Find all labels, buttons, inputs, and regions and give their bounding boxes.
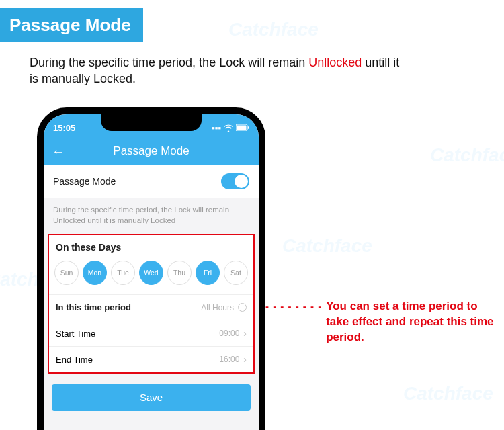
app-title: Passage Mode (113, 144, 189, 158)
start-time-row[interactable]: Start Time 09:00 › (49, 320, 253, 347)
status-icons: ▪▪▪ (212, 123, 249, 133)
back-icon[interactable]: ← (52, 144, 65, 159)
day-tue[interactable]: Tue (111, 261, 135, 285)
wifi-icon (224, 124, 233, 132)
day-thu[interactable]: Thu (167, 261, 192, 285)
day-sat[interactable]: Sat (224, 261, 248, 285)
end-time-label: End Time (56, 355, 93, 365)
chevron-right-icon: › (243, 354, 247, 365)
save-button[interactable]: Save (52, 384, 251, 411)
start-time-label: Start Time (56, 329, 95, 339)
desc-pre: During the specific time period, the Loc… (30, 56, 308, 69)
phone-mockup: 15:05 ▪▪▪ ← Passage Mode Passage Mode Du… (37, 108, 265, 430)
toggle-label: Passage Mode (53, 176, 116, 187)
period-mode-label: All Hours (201, 303, 234, 312)
start-time-value: 09:00 (219, 329, 239, 338)
day-sun[interactable]: Sun (54, 261, 79, 285)
status-time: 15:05 (53, 123, 75, 133)
section-heading: Passage Mode (0, 8, 143, 42)
days-selector: SunMonTueWedThuFriSat (49, 258, 253, 295)
callout-text: You can set a time period to take effect… (326, 299, 494, 345)
watermark: Catchface (430, 144, 504, 166)
day-fri[interactable]: Fri (196, 261, 220, 285)
watermark: Catchface (282, 235, 372, 257)
phone-notch (101, 114, 202, 131)
passage-mode-toggle[interactable] (221, 173, 249, 189)
chevron-right-icon: › (243, 328, 247, 339)
day-wed[interactable]: Wed (139, 261, 163, 285)
callout-leader-line: - - - - - - - - (265, 299, 322, 311)
watermark: Catchface (403, 383, 493, 404)
signal-icon: ▪▪▪ (212, 123, 221, 133)
end-time-value: 16:00 (219, 355, 239, 364)
passage-mode-note: During the specific time period, the Loc… (44, 198, 259, 234)
battery-icon (236, 124, 249, 131)
highlight-box: On these Days SunMonTueWedThuFriSat In t… (48, 234, 255, 374)
annotation-callout: - - - - - - - - You can set a time perio… (265, 299, 494, 345)
app-header: ← Passage Mode (44, 137, 259, 165)
watermark: Catchface (228, 19, 319, 40)
period-label: In this time period (56, 302, 131, 312)
svg-rect-1 (237, 126, 247, 130)
svg-rect-2 (248, 126, 249, 129)
desc-highlight: Unllocked (308, 56, 362, 69)
end-time-row[interactable]: End Time 16:00 › (49, 347, 253, 372)
section-description: During the specific time period, the Loc… (0, 42, 430, 87)
all-hours-radio[interactable] (238, 303, 247, 312)
days-heading: On these Days (49, 235, 253, 258)
day-mon[interactable]: Mon (83, 261, 107, 285)
time-period-row[interactable]: In this time period All Hours (49, 295, 253, 320)
passage-mode-toggle-row: Passage Mode (44, 165, 259, 198)
